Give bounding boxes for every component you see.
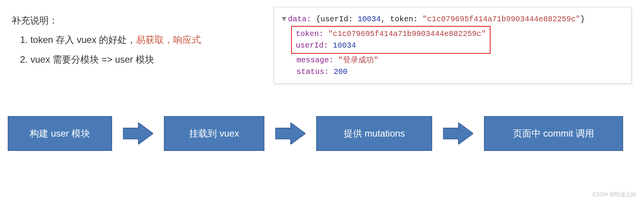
console-userid-summary: 10034 [358,15,381,24]
arrow-icon-1 [123,123,153,144]
flow-step-2: 挂载到 vuex [164,116,264,151]
arrow-icon-2 [275,123,305,144]
expand-arrow-icon[interactable]: ▼ [282,14,286,25]
console-key-message: message: [296,56,338,65]
console-line-status: status: 200 [282,66,624,78]
console-line-message: message: "登录成功" [282,55,624,66]
notes-item-1-prefix: token 存入 vuex 的好处， [31,34,136,45]
console-comma: , token: [381,15,423,24]
arrow-icon-3 [443,123,473,144]
svg-marker-0 [123,123,153,144]
notes-title: 补充说明： [12,11,201,30]
console-line-data: ▼data: {userId: 10034, token: "c1c079695… [282,14,624,25]
notes-item-1: token 存入 vuex 的好处，易获取，响应式 [15,30,201,50]
console-key-status: status: [296,67,334,76]
flow-step-1: 构建 user 模块 [8,116,112,151]
devtools-console-panel: ▼data: {userId: 10034, token: "c1c079695… [274,7,632,84]
console-brace-close: } [580,15,585,24]
console-key-userid: userId: [296,41,333,50]
svg-marker-2 [443,123,473,144]
console-line-token: token: "c1c079695f414a71b9903444e882259c… [296,28,486,40]
console-token-summary: "c1c079695f414a71b9903444e882259c" [423,15,580,24]
watermark-text: CSDN @吃这么好 [592,191,636,198]
console-val-message: "登录成功" [338,56,378,65]
flow-diagram: 构建 user 模块 挂载到 vuex 提供 mutations 页面中 com… [8,116,636,151]
flow-step-3: 提供 mutations [316,116,432,151]
notes-list: token 存入 vuex 的好处，易获取，响应式 vuex 需要分模块 => … [15,30,201,69]
flow-step-4: 页面中 commit 调用 [484,116,623,151]
svg-marker-1 [275,123,305,144]
console-val-userid: 10034 [333,41,356,50]
console-val-status: 200 [334,67,348,76]
console-key-token: token: [296,29,328,38]
console-brace-open: {userId: [311,15,358,24]
highlight-box: token: "c1c079695f414a71b9903444e882259c… [291,26,491,54]
console-line-userid: userId: 10034 [296,40,486,51]
notes-item-2: vuex 需要分模块 => user 模块 [15,50,201,69]
notes-item-1-highlight: 易获取，响应式 [136,34,201,45]
notes-block: 补充说明： token 存入 vuex 的好处，易获取，响应式 vuex 需要分… [12,11,201,69]
console-key-data: data: [288,15,311,24]
console-val-token: "c1c079695f414a71b9903444e882259c" [328,29,486,38]
